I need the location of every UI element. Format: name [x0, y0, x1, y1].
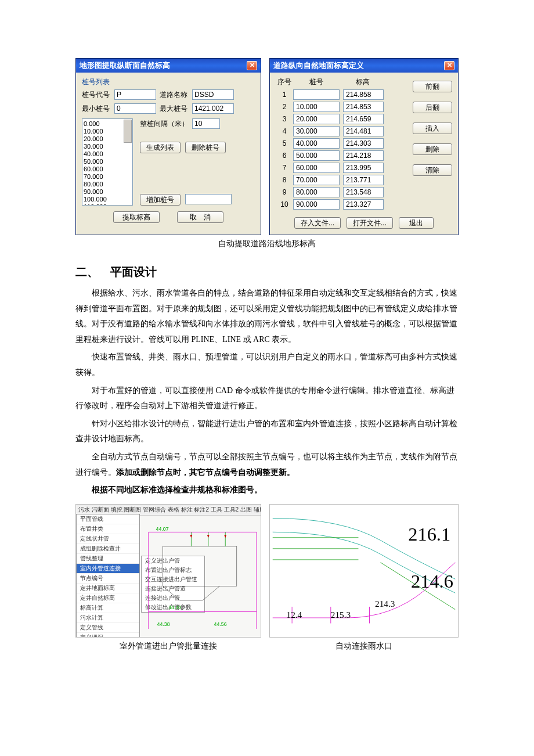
delete-button[interactable]: 删除 — [413, 143, 452, 155]
side-buttons: 前翻 后翻 插入 删除 清除 — [413, 77, 452, 211]
menu-item[interactable]: 管线整理 — [77, 554, 139, 564]
menu-item[interactable]: 节点编号 — [77, 574, 139, 584]
svg-marker-5 — [207, 535, 210, 538]
menu-item[interactable]: 定井自然标高 — [77, 593, 139, 603]
generate-list-button[interactable]: 生成列表 — [140, 142, 181, 153]
paragraph: 全自动方式节点自动编号，节点可以全部按照主节点编号，也可以将主线作为主节点，支线… — [75, 449, 459, 480]
clear-button[interactable]: 清除 — [413, 164, 452, 176]
elev-cell[interactable]: 214.858 — [343, 89, 384, 100]
stake-code-input[interactable] — [114, 89, 156, 100]
contour-label: 215.3 — [331, 610, 351, 620]
list-item[interactable]: 50.000 — [84, 158, 131, 165]
add-stake-button[interactable]: 增加桩号 — [140, 194, 181, 206]
table-row: 320.000214.659 — [276, 114, 405, 124]
stake-cell[interactable]: 90.000 — [293, 199, 340, 210]
stake-cell[interactable]: 10.000 — [293, 102, 340, 112]
stake-cell[interactable]: 70.000 — [293, 175, 340, 185]
group-label: 桩号列表 — [82, 77, 255, 87]
add-stake-input[interactable] — [185, 194, 232, 204]
menu-item[interactable]: 定线状井管 — [77, 534, 139, 544]
list-item[interactable]: 90.000 — [84, 188, 131, 196]
elev-cell[interactable]: 213.771 — [343, 175, 384, 185]
stake-cell[interactable]: 30.000 — [293, 126, 340, 136]
row-index: 2 — [276, 103, 293, 111]
paragraph: 对于布置好的管道，可以直接使用 CAD 命令或软件提供的专用命令进行编辑。排水管… — [75, 383, 459, 414]
elev-cell[interactable]: 214.303 — [343, 138, 384, 149]
save-file-button[interactable]: 存入文件... — [294, 217, 341, 229]
contour-label: 12.4 — [287, 610, 302, 620]
dim-label: 44.40 — [168, 604, 181, 610]
table-row: 210.000214.853 — [276, 102, 405, 112]
table-row: 760.000213.995 — [276, 163, 405, 173]
close-icon[interactable]: ✕ — [247, 61, 257, 70]
table-row: 650.000214.218 — [276, 150, 405, 161]
min-stake-input[interactable] — [114, 103, 156, 114]
menu-item[interactable]: 污水计算 — [77, 613, 139, 623]
list-item[interactable]: 100.000 — [84, 196, 131, 203]
prev-page-button[interactable]: 前翻 — [413, 81, 452, 92]
insert-button[interactable]: 插入 — [413, 123, 452, 134]
table-row: 1090.000213.327 — [276, 199, 405, 210]
contour-label: 216.1 — [408, 523, 450, 544]
cancel-button[interactable]: 取 消 — [177, 211, 223, 223]
contour-label: 214.3 — [375, 599, 395, 609]
cad-drawing: 44.07 44.40 44.38 44.56 — [146, 515, 259, 635]
elev-cell[interactable]: 213.548 — [343, 187, 384, 197]
stake-cell[interactable]: 20.000 — [293, 114, 340, 124]
dialog-body: 序号 桩号 标高 10.000214.858210.000214.853320.… — [270, 73, 458, 235]
menu-item[interactable]: 定井地面标高 — [77, 584, 139, 593]
interval-label: 整桩间隔（米） — [140, 119, 189, 129]
row-index: 10 — [276, 200, 293, 208]
next-page-button[interactable]: 后翻 — [413, 102, 452, 113]
list-item[interactable]: 80.000 — [84, 181, 131, 188]
menu-item[interactable]: 平面管线 — [77, 514, 139, 524]
table-wrap: 序号 桩号 标高 10.000214.858210.000214.853320.… — [276, 77, 452, 211]
stake-cell[interactable]: 0.000 — [293, 89, 340, 100]
elev-cell[interactable]: 213.995 — [343, 163, 384, 173]
elev-cell[interactable]: 214.659 — [343, 114, 384, 124]
interval-input[interactable] — [192, 118, 220, 129]
elev-cell[interactable]: 214.481 — [343, 126, 384, 136]
close-icon[interactable]: ✕ — [444, 61, 454, 70]
extract-elevation-dialog: 地形图提取纵断面自然标高 ✕ 桩号列表 桩号代号 道路名称 最小桩号 最大桩号 … — [75, 58, 261, 235]
row-index: 3 — [276, 115, 293, 123]
dialog-title: 道路纵向自然地面标高定义 — [273, 60, 364, 71]
stake-cell[interactable]: 50.000 — [293, 150, 340, 161]
list-item[interactable]: 40.000 — [84, 150, 131, 158]
row-min-max: 最小桩号 最大桩号 — [82, 103, 255, 114]
min-stake-label: 最小桩号 — [82, 104, 111, 114]
scrollbar-thumb[interactable] — [124, 120, 132, 143]
elev-cell[interactable]: 213.327 — [343, 199, 384, 210]
list-item[interactable]: 110.000 — [84, 203, 131, 206]
list-item[interactable]: 70.000 — [84, 173, 131, 181]
list-item[interactable]: 60.000 — [84, 165, 131, 173]
menu-item[interactable]: 定义管线 — [77, 623, 139, 633]
exit-button[interactable]: 退出 — [399, 217, 434, 229]
table-row: 430.000214.481 — [276, 126, 405, 136]
elevation-define-dialog: 道路纵向自然地面标高定义 ✕ 序号 桩号 标高 10.000214.858210… — [269, 58, 459, 235]
menu-item[interactable]: 成组删除检查井 — [77, 544, 139, 554]
delete-stake-button[interactable]: 删除桩号 — [185, 142, 226, 153]
menu-item[interactable]: 室内外管道连接 — [77, 564, 139, 574]
table-row: 540.000214.303 — [276, 138, 405, 149]
cad-dropdown-menu[interactable]: 平面管线布置井类定线状井管成组删除检查井管线整理室内外管道连接节点编号定井地面标… — [76, 514, 140, 638]
plan-drawing: 216.1 214.6 214.3 215.3 12.4 — [270, 505, 458, 637]
stake-cell[interactable]: 40.000 — [293, 138, 340, 149]
section-heading: 二、 平面设计 — [75, 264, 459, 280]
stake-listbox[interactable]: 0.00010.00020.00030.00040.00050.00060.00… — [82, 118, 133, 206]
max-stake-input[interactable] — [192, 103, 234, 114]
elev-cell[interactable]: 214.853 — [343, 102, 384, 112]
road-name-input[interactable] — [192, 89, 234, 100]
stake-cell[interactable]: 80.000 — [293, 187, 340, 197]
open-file-button[interactable]: 打开文件... — [347, 217, 393, 229]
list-item[interactable]: 30.000 — [84, 143, 131, 150]
dim-label: 44.56 — [214, 621, 227, 627]
menu-item[interactable]: 定义埋深 — [77, 633, 139, 638]
stake-cell[interactable]: 60.000 — [293, 163, 340, 173]
menu-item[interactable]: 标高计算 — [77, 603, 139, 613]
fig-auto-connect-inlet: 216.1 214.6 214.3 215.3 12.4 — [269, 504, 459, 638]
elev-cell[interactable]: 214.218 — [343, 150, 384, 161]
table-row: 980.000213.548 — [276, 187, 405, 197]
extract-button[interactable]: 提取标高 — [113, 211, 160, 223]
menu-item[interactable]: 布置井类 — [77, 524, 139, 534]
